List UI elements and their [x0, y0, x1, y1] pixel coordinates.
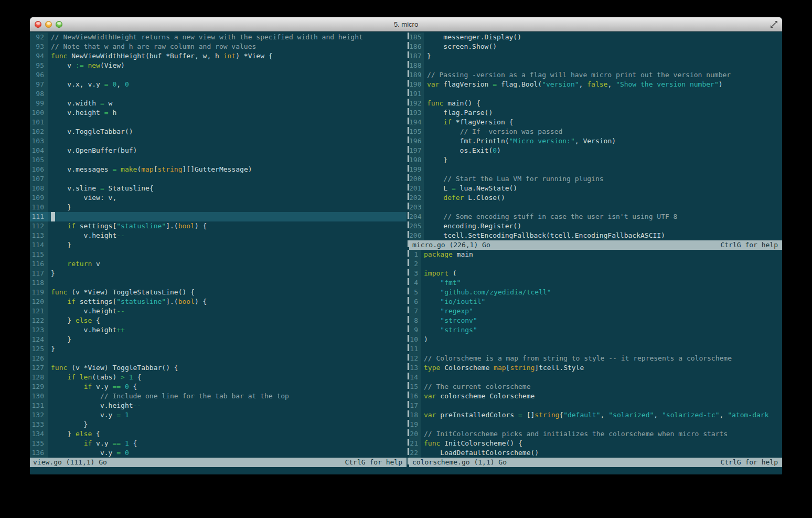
code-line: 120 if settings["statusline"].(bool) { [30, 297, 407, 306]
code-line: 118 [30, 278, 407, 288]
line-number: 100 [30, 108, 48, 118]
code-line: 195 // If -version was passed [409, 127, 782, 136]
line-number: 205 [409, 221, 424, 231]
code-line: 10) [409, 335, 782, 344]
code-line: 116 return v [30, 259, 407, 269]
line-number: 121 [30, 306, 48, 316]
code-line: 200 // Start the Lua VM for running plug… [409, 174, 782, 184]
code-line: 3import ( [409, 269, 782, 278]
code-line: 107 [30, 174, 407, 184]
code-line: 132 v.y = 1 [30, 410, 407, 420]
pane-colorscheme-go[interactable]: 1package main23import (4 "fmt"5 "github.… [409, 250, 782, 458]
line-number: 92 [30, 33, 48, 42]
statusbar-micro-go: micro.go (226,1) Go CtrlG for help [409, 240, 782, 250]
line-number: 12 [409, 354, 421, 363]
line-number: 131 [30, 401, 48, 410]
line-number: 101 [30, 118, 48, 127]
statusbar-file-info: colorscheme.go (1,1) Go [412, 458, 507, 467]
code-line: 92// NewViewWidthHeight returns a new vi… [30, 33, 407, 42]
code-line: 1package main [409, 250, 782, 259]
code-line: 119func (v *View) ToggleStatusLine() { [30, 288, 407, 297]
line-number: 14 [409, 373, 421, 382]
line-number: 189 [409, 70, 424, 80]
code-line: 133 } [30, 420, 407, 429]
code-line: 96 [30, 70, 407, 80]
code-line: 125} [30, 344, 407, 354]
code-line: 109 view: v, [30, 193, 407, 203]
line-number: 191 [409, 89, 424, 99]
line-number: 197 [409, 146, 424, 155]
code-line: 188 [409, 61, 782, 70]
code-line: 185 messenger.Display() [409, 33, 782, 42]
statusbar-help-text: CtrlG for help [720, 458, 778, 467]
line-number: 107 [30, 174, 48, 184]
code-line: 19 [409, 420, 782, 429]
line-number: 108 [30, 184, 48, 193]
code-line: 122 } else { [30, 316, 407, 325]
code-line: 108 v.sline = Statusline{ [30, 184, 407, 193]
line-number: 112 [30, 221, 48, 231]
code-line: 102 v.ToggleTabbar() [30, 127, 407, 136]
line-number: 18 [409, 410, 421, 420]
line-number: 115 [30, 250, 48, 259]
line-number: 204 [409, 212, 424, 221]
line-number: 113 [30, 231, 48, 240]
line-number: 206 [409, 231, 424, 240]
code-line: 98 [30, 89, 407, 99]
micro-editor: 92// NewViewWidthHeight returns a new vi… [30, 32, 782, 474]
statusbar-view-go: view.go (111,1) Go CtrlG for help [30, 458, 407, 467]
code-line: 130 // Include one line for the tab bar … [30, 392, 407, 401]
code-line: 186 screen.Show() [409, 42, 782, 51]
code-line: 135 if v.y == 1 { [30, 439, 407, 448]
pane-micro-go[interactable]: 185 messenger.Display()186 screen.Show()… [409, 33, 782, 240]
code-line: 129 if v.y == 0 { [30, 382, 407, 392]
code-line: 97 v.x, v.y = 0, 0 [30, 80, 407, 89]
code-line: 95 v := new(View) [30, 61, 407, 70]
line-number: 192 [409, 99, 424, 108]
line-number: 127 [30, 363, 48, 373]
code-line: 100 v.height = h [30, 108, 407, 118]
code-line: 99 v.width = w [30, 99, 407, 108]
line-number: 123 [30, 325, 48, 335]
line-number: 117 [30, 269, 48, 278]
code-line: 199 [409, 165, 782, 174]
code-line: 202 defer L.Close() [409, 193, 782, 203]
desktop: 5. micro 92// NewViewWidthHeight returns… [0, 0, 812, 518]
code-line: 205 encoding.Register() [409, 221, 782, 231]
code-line: 124 } [30, 335, 407, 344]
line-number: 114 [30, 240, 48, 250]
code-line: 113 v.height-- [30, 231, 407, 240]
line-number: 130 [30, 392, 48, 401]
code-line: 106 v.messages = make(map[string][]Gutte… [30, 165, 407, 174]
code-line: 194 if *flagVersion { [409, 118, 782, 127]
line-number: 196 [409, 136, 424, 146]
code-line: 196 fmt.Println("Micro version:", Versio… [409, 136, 782, 146]
line-number: 185 [409, 33, 424, 42]
line-number: 97 [30, 80, 48, 89]
code-line: 117} [30, 269, 407, 278]
statusbar-help-text: CtrlG for help [345, 458, 402, 467]
line-number: 103 [30, 136, 48, 146]
line-number: 22 [409, 448, 421, 458]
code-line: 111 [30, 212, 407, 221]
line-number: 3 [409, 269, 421, 278]
code-line: 16var colorscheme Colorscheme [409, 392, 782, 401]
pane-view-go[interactable]: 92// NewViewWidthHeight returns a new vi… [30, 33, 407, 458]
line-number: 118 [30, 278, 48, 288]
code-line: 115 [30, 250, 407, 259]
line-number: 199 [409, 165, 424, 174]
line-number: 194 [409, 118, 424, 127]
line-number: 21 [409, 439, 421, 448]
code-line: 123 v.height++ [30, 325, 407, 335]
line-number: 129 [30, 382, 48, 392]
fullscreen-icon[interactable] [770, 20, 778, 28]
code-line: 112 if settings["statusline"].(bool) { [30, 221, 407, 231]
code-line: 101 [30, 118, 407, 127]
code-line: 203 [409, 203, 782, 212]
statusbar-help-text: CtrlG for help [720, 240, 778, 250]
line-number: 95 [30, 61, 48, 70]
line-number: 203 [409, 203, 424, 212]
window-titlebar[interactable]: 5. micro [30, 17, 782, 31]
line-number: 98 [30, 89, 48, 99]
line-number: 195 [409, 127, 424, 136]
